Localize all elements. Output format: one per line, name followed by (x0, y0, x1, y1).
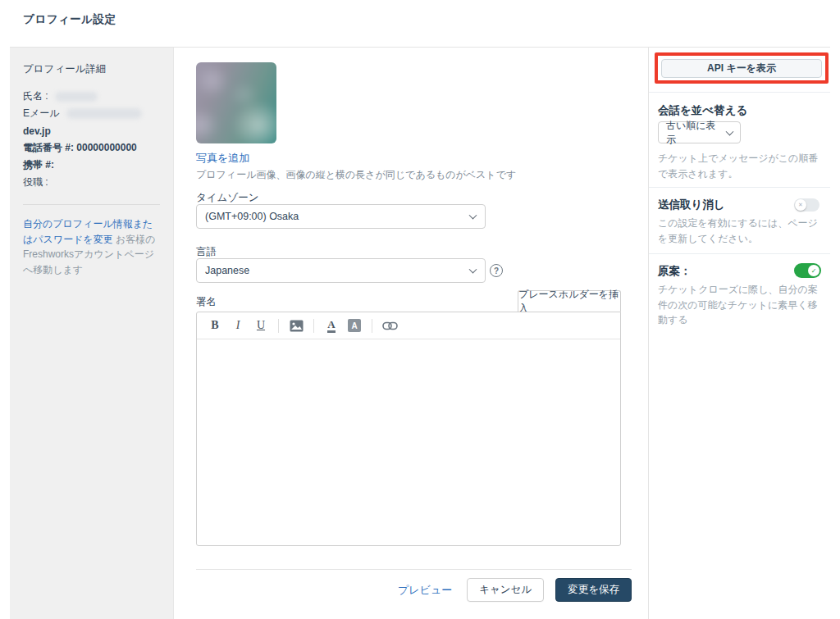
phone-row: 電話番号 #: 00000000000 (23, 139, 160, 157)
mobile-row: 携帯 #: (23, 157, 160, 174)
bold-button[interactable]: B (205, 316, 225, 335)
language-label: 言語 (196, 245, 217, 259)
profile-summary-sidebar: プロフィール詳細 氏名 : Eメール dev.jp 電話番号 #: 000000… (10, 48, 174, 619)
background-color-icon: A (348, 319, 361, 332)
chevron-down-icon (469, 266, 477, 274)
bold-icon: B (211, 319, 218, 332)
background-color-button[interactable]: A (345, 316, 364, 335)
drafts-title: 原案： (658, 264, 692, 279)
undo-send-title: 送信取り消し (658, 198, 725, 212)
redacted-name (55, 92, 98, 102)
divider (649, 92, 830, 93)
name-row: 氏名 : (23, 88, 160, 105)
signature-editor: B I U A A (196, 312, 621, 546)
form-footer: プレビュー キャンセル 変更を保存 (196, 578, 632, 602)
text-color-button[interactable]: A (322, 316, 341, 335)
sort-order-select[interactable]: 古い順に表示 (658, 121, 741, 143)
divider (313, 319, 314, 333)
page-title: プロフィール設定 (23, 12, 116, 27)
redacted-email (66, 108, 142, 119)
toggle-on-icon: ✓ (808, 265, 819, 276)
language-value: Japanese (205, 265, 249, 276)
sort-conversations-title: 会話を並べ替える (658, 103, 747, 118)
main-content: 写真を追加 プロフィール画像、画像の縦と横の長さが同じであるものがベストです タ… (175, 48, 648, 619)
cancel-button[interactable]: キャンセル (467, 578, 544, 602)
drafts-toggle[interactable]: ✓ (794, 263, 821, 278)
chevron-down-icon (726, 127, 734, 135)
email-row: Eメール (23, 105, 160, 122)
drafts-hint: チケットクローズに際し、自分の案件の次の可能なチケットに素早く移動する (658, 282, 824, 328)
divider (196, 569, 632, 570)
timezone-label: タイムゾーン (196, 191, 258, 205)
insert-placeholder-button[interactable]: プレースホルダーを挿入 (518, 290, 621, 312)
divider (649, 253, 830, 254)
settings-right-panel: API キーを表示 会話を並べ替える 古い順に表示 チケット上でメッセージがこの… (648, 48, 830, 619)
profile-photo-image (196, 62, 276, 143)
toggle-off-icon: ✕ (795, 199, 806, 211)
divider (23, 204, 160, 205)
profile-settings-page: プロフィール設定 プロフィール詳細 氏名 : Eメール dev.jp 電話番号 … (0, 0, 840, 619)
role-row: 役職 : (23, 174, 160, 191)
email-domain: dev.jp (23, 122, 160, 139)
italic-icon: I (236, 319, 240, 332)
profile-details-heading: プロフィール詳細 (23, 62, 160, 76)
link-icon (382, 321, 398, 330)
timezone-select[interactable]: (GMT+09:00) Osaka (196, 204, 486, 229)
preview-link[interactable]: プレビュー (398, 583, 452, 598)
sort-conversations-hint: チケット上でメッセージがこの順番で表示されます。 (658, 151, 824, 181)
language-select[interactable]: Japanese (196, 258, 486, 283)
sort-order-value: 古い順に表示 (666, 119, 722, 147)
underline-icon: U (257, 319, 265, 332)
text-color-icon: A (327, 319, 335, 333)
timezone-value: (GMT+09:00) Osaka (205, 211, 299, 222)
image-icon (290, 320, 304, 332)
undo-send-toggle[interactable]: ✕ (794, 198, 819, 212)
name-label: 氏名 : (23, 89, 48, 103)
divider (372, 319, 372, 333)
divider (649, 187, 830, 188)
chevron-down-icon (469, 212, 477, 220)
profile-photo (196, 62, 276, 143)
italic-button[interactable]: I (228, 316, 248, 335)
email-label: Eメール (23, 107, 60, 121)
signature-label: 署名 (196, 295, 217, 309)
underline-button[interactable]: U (251, 316, 271, 335)
divider (278, 319, 279, 333)
save-button[interactable]: 変更を保存 (555, 578, 632, 602)
signature-input[interactable] (197, 339, 620, 546)
insert-link-button[interactable] (380, 316, 399, 335)
editor-toolbar: B I U A A (197, 312, 620, 339)
undo-send-hint: この設定を有効にするには、ページを更新してください。 (658, 216, 824, 246)
insert-image-button[interactable] (286, 316, 306, 335)
show-api-key-button[interactable]: API キーを表示 (661, 59, 822, 78)
add-photo-link[interactable]: 写真を追加 (196, 151, 249, 166)
help-icon[interactable]: ? (490, 264, 503, 277)
photo-hint: プロフィール画像、画像の縦と横の長さが同じであるものがベストです (196, 168, 516, 182)
